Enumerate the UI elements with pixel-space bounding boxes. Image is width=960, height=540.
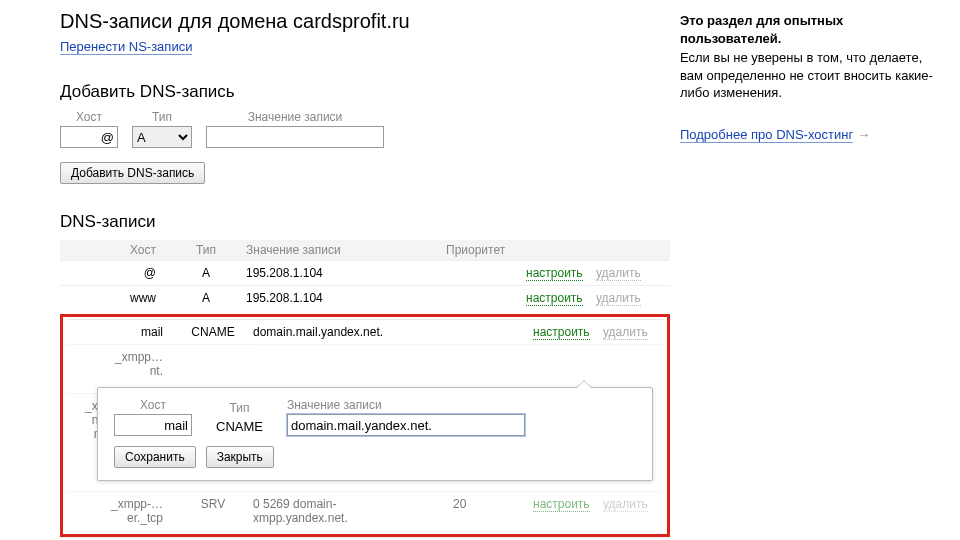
add-value-input[interactable] [206, 126, 384, 148]
configure-link[interactable]: настроить [526, 291, 583, 306]
table-row: _xmpp… nt. [67, 344, 663, 383]
sidebar: Это раздел для опытных пользователей. Ес… [670, 10, 940, 540]
edit-host-label: Хост [140, 398, 166, 412]
sidebar-bold: Это раздел для опытных пользователей. [680, 12, 940, 47]
transfer-ns-link[interactable]: Перенести NS-записи [60, 39, 192, 55]
table-header: Хост Тип Значение записи Приоритет [60, 240, 670, 260]
save-button[interactable]: Сохранить [114, 446, 196, 468]
delete-link[interactable]: удалить [603, 497, 648, 512]
configure-link[interactable]: настроить [526, 266, 583, 281]
edit-host-input[interactable] [114, 414, 192, 436]
add-host-label: Хост [76, 110, 102, 124]
add-host-input[interactable] [60, 126, 118, 148]
learn-more-link[interactable]: Подробнее про DNS-хостинг [680, 127, 853, 143]
table-row: @ A 195.208.1.104 настроить удалить [60, 260, 670, 285]
edit-record-popup: Хост Тип CNAME Значение записи [97, 387, 653, 481]
edit-value-label: Значение записи [287, 398, 382, 412]
delete-link[interactable]: удалить [596, 266, 641, 281]
add-value-label: Значение записи [248, 110, 343, 124]
table-row: _xmpp-… er._tcp SRV 0 5269 domain- xmpp.… [67, 491, 663, 530]
add-type-label: Тип [152, 110, 172, 124]
delete-link[interactable]: удалить [596, 291, 641, 306]
table-row: www A 195.208.1.104 настроить удалить [60, 285, 670, 310]
table-row: mail CNAME domain.mail.yandex.net. настр… [67, 319, 663, 344]
sidebar-text: Если вы не уверены в том, что делаете, в… [680, 49, 940, 102]
edit-type-value: CNAME [216, 417, 263, 436]
edit-type-label: Тип [229, 401, 249, 415]
delete-link[interactable]: удалить [603, 325, 648, 340]
add-record-title: Добавить DNS-запись [60, 82, 670, 102]
highlight-box: mail CNAME domain.mail.yandex.net. настр… [60, 314, 670, 537]
edit-value-input[interactable] [287, 414, 525, 436]
records-title: DNS-записи [60, 212, 670, 232]
add-type-select[interactable]: A [132, 126, 192, 148]
configure-link[interactable]: настроить [533, 497, 590, 512]
add-record-button[interactable]: Добавить DNS-запись [60, 162, 205, 184]
configure-link[interactable]: настроить [533, 325, 590, 340]
arrow-icon: → [857, 127, 870, 142]
page-title: DNS-записи для домена cardsprofit.ru [60, 10, 670, 33]
close-button[interactable]: Закрыть [206, 446, 274, 468]
